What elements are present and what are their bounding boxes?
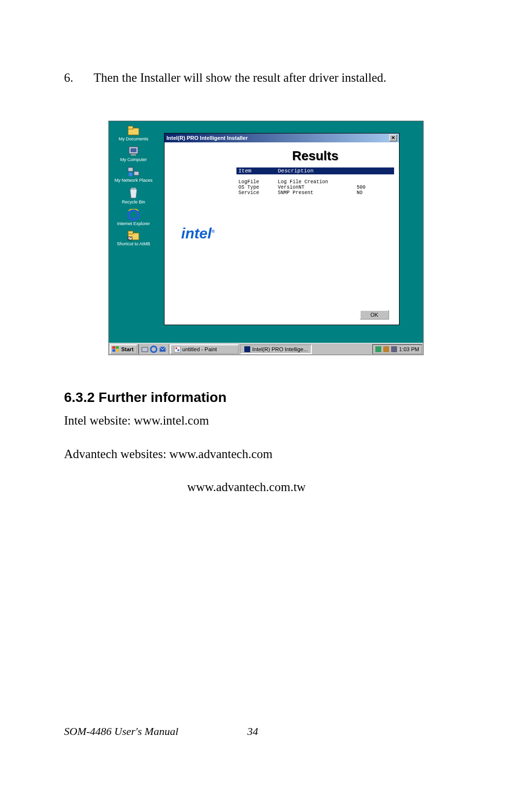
- window-sidebar: intel®: [165, 142, 232, 325]
- step-number: 6.: [64, 69, 94, 86]
- task-label: Intel(R) PRO Intellige...: [252, 346, 308, 352]
- svg-rect-16: [116, 349, 119, 352]
- cell: NO: [357, 190, 376, 196]
- results-heading: Results: [236, 148, 394, 164]
- icon-label: Shortcut to AIMB: [117, 242, 150, 247]
- my-network-places-icon[interactable]: My Network Places: [114, 166, 153, 183]
- svg-rect-14: [116, 346, 119, 349]
- screenshot: My Documents My Computer My Network Plac…: [108, 121, 424, 355]
- my-computer-icon[interactable]: My Computer: [114, 146, 153, 163]
- cell: Service: [238, 190, 278, 196]
- cell: OS Type: [238, 185, 278, 190]
- footer-title: SOM-4486 User's Manual: [64, 725, 178, 738]
- svg-point-9: [129, 210, 138, 220]
- tray-icon: [383, 346, 389, 352]
- results-columns: Item Description: [236, 167, 394, 174]
- svg-rect-20: [174, 346, 180, 352]
- window-title: Intel(R) PRO Intelligent Installer: [166, 135, 389, 141]
- start-button[interactable]: Start: [110, 344, 137, 354]
- windows-icon: [112, 346, 120, 353]
- results-rows: LogFile Log File Creation OS Type Versio…: [236, 178, 394, 197]
- icon-label: Internet Explorer: [117, 222, 150, 227]
- close-icon[interactable]: ✕: [389, 134, 397, 141]
- icon-label: My Computer: [120, 158, 147, 163]
- cell: [357, 179, 376, 185]
- svg-rect-26: [391, 346, 397, 352]
- installer-task-icon: [244, 346, 251, 353]
- network-icon: [127, 166, 140, 177]
- logo-text: intel: [181, 225, 212, 241]
- quicklaunch: [138, 344, 169, 354]
- table-row: LogFile Log File Creation: [238, 179, 392, 185]
- paint-icon: [174, 346, 181, 353]
- svg-rect-15: [112, 349, 115, 352]
- col-desc: Description: [278, 168, 392, 174]
- icon-label: My Network Places: [114, 178, 152, 183]
- svg-rect-4: [131, 154, 136, 156]
- svg-rect-6: [134, 171, 139, 175]
- advantech-website-tw: www.advantech.com.tw: [187, 478, 468, 497]
- svg-point-22: [177, 349, 179, 351]
- desktop-area: My Documents My Computer My Network Plac…: [109, 121, 423, 343]
- recycle-bin-icon[interactable]: Recycle Bin: [114, 187, 153, 205]
- window-main: Results Item Description LogFile Log Fil…: [232, 142, 399, 325]
- step-text: Then the Installer will show the result …: [94, 69, 468, 86]
- svg-rect-17: [142, 347, 148, 352]
- task-label: untitled - Paint: [182, 346, 217, 352]
- ok-button[interactable]: OK: [360, 310, 389, 320]
- body-text: Intel website: www.intel.com Advantech w…: [64, 411, 468, 497]
- folder-icon: [127, 125, 140, 136]
- shortcut-aimb-icon[interactable]: Shortcut to AIMB: [114, 230, 153, 247]
- ie-icon: [127, 209, 140, 221]
- bin-icon: [128, 187, 139, 199]
- svg-rect-11: [128, 231, 133, 234]
- page-footer: SOM-4486 User's Manual 34: [64, 725, 468, 738]
- cell: Log File Creation: [278, 179, 357, 185]
- logo-r: ®: [212, 229, 215, 234]
- desktop-icons: My Documents My Computer My Network Plac…: [114, 125, 153, 247]
- tray-icon: [375, 346, 381, 352]
- window-titlebar: Intel(R) PRO Intelligent Installer ✕: [165, 133, 399, 142]
- col-item: Item: [238, 168, 278, 174]
- ql-ie-icon[interactable]: [150, 345, 158, 353]
- advantech-website: Advantech websites: www.advantech.com: [64, 445, 468, 464]
- cell: LogFile: [238, 179, 278, 185]
- section-heading: 6.3.2 Further information: [64, 390, 468, 405]
- ql-desktop-icon[interactable]: [141, 345, 149, 353]
- svg-point-18: [151, 346, 157, 352]
- svg-rect-8: [131, 188, 136, 189]
- taskbar: Start untitled - Paint Intel(R) PRO Inte…: [109, 343, 423, 355]
- table-row: Service SNMP Present NO: [238, 190, 392, 196]
- cell: 500: [357, 185, 376, 190]
- svg-rect-1: [128, 126, 133, 129]
- system-tray: 1:03 PM: [372, 344, 422, 354]
- ql-outlook-icon[interactable]: [159, 345, 166, 353]
- intel-website: Intel website: www.intel.com: [64, 411, 468, 430]
- window-body: intel® Results Item Description LogFile …: [165, 142, 399, 325]
- cell: SNMP Present: [278, 190, 357, 196]
- svg-rect-13: [112, 346, 115, 349]
- intel-logo: intel®: [181, 225, 215, 242]
- task-installer[interactable]: Intel(R) PRO Intellige...: [240, 344, 312, 354]
- installer-window: Intel(R) PRO Intelligent Installer ✕ int…: [164, 133, 399, 325]
- icon-label: Recycle Bin: [122, 200, 145, 205]
- cell: VersionNT: [278, 185, 357, 190]
- internet-explorer-icon[interactable]: Internet Explorer: [114, 209, 153, 227]
- clock: 1:03 PM: [399, 346, 419, 352]
- step-line: 6. Then the Installer will show the resu…: [64, 69, 468, 86]
- icon-label: My Documents: [119, 137, 148, 142]
- computer-icon: [127, 146, 140, 157]
- task-paint[interactable]: untitled - Paint: [170, 344, 239, 354]
- start-label: Start: [121, 346, 133, 352]
- svg-rect-25: [383, 346, 389, 352]
- folder-shortcut-icon: [127, 230, 140, 241]
- svg-rect-3: [131, 148, 136, 152]
- svg-point-7: [129, 172, 133, 176]
- tray-icon: [391, 346, 397, 352]
- footer-page: 34: [247, 725, 258, 738]
- my-documents-icon[interactable]: My Documents: [114, 125, 153, 142]
- svg-rect-24: [375, 346, 381, 352]
- svg-rect-23: [244, 346, 250, 352]
- table-row: OS Type VersionNT 500: [238, 185, 392, 190]
- svg-point-21: [175, 347, 177, 349]
